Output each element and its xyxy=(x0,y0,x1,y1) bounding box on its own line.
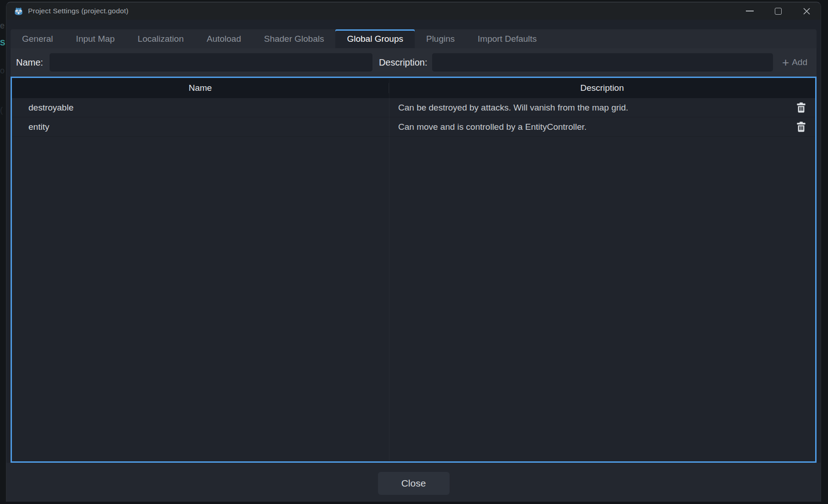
description-label: Description: xyxy=(379,57,428,68)
table-header-row: Name Description xyxy=(12,78,815,98)
table-row[interactable]: entity Can move and is controlled by a E… xyxy=(12,117,815,137)
tab-localization[interactable]: Localization xyxy=(126,29,195,48)
tab-autoload[interactable]: Autoload xyxy=(195,29,252,48)
description-input[interactable] xyxy=(432,53,773,72)
group-description-text: Can be destroyed by attacks. Will vanish… xyxy=(398,103,628,113)
global-groups-table: Name Description destroyable Can be dest… xyxy=(11,77,817,463)
tab-input-map[interactable]: Input Map xyxy=(65,29,127,48)
name-input[interactable] xyxy=(50,53,372,72)
group-description-text: Can move and is controlled by a EntityCo… xyxy=(398,122,587,132)
minimize-button[interactable] xyxy=(735,2,764,20)
dialog-footer: Close xyxy=(6,463,821,504)
minimize-icon xyxy=(746,11,754,11)
tab-plugins[interactable]: Plugins xyxy=(415,29,466,48)
tab-shader-globals[interactable]: Shader Globals xyxy=(252,29,335,48)
add-button-label: Add xyxy=(792,57,807,67)
backdrop-glyph: o xyxy=(0,66,6,76)
table-empty-area xyxy=(12,137,815,461)
table-row[interactable]: destroyable Can be destroyed by attacks.… xyxy=(12,98,815,117)
delete-group-button[interactable] xyxy=(795,121,807,133)
screen-bottom-edge xyxy=(0,502,828,504)
maximize-icon xyxy=(775,8,782,15)
trash-icon xyxy=(796,102,806,113)
group-entry-row: Name: Description: + Add xyxy=(11,48,817,77)
trash-icon xyxy=(796,122,806,132)
close-icon xyxy=(803,7,811,15)
plus-icon: + xyxy=(782,56,789,68)
group-description-cell: Can be destroyed by attacks. Will vanish… xyxy=(389,102,815,114)
maximize-button[interactable] xyxy=(764,2,792,20)
tab-global-groups[interactable]: Global Groups xyxy=(335,29,415,48)
spacer xyxy=(11,20,817,29)
settings-tab-bar: General Input Map Localization Autoload … xyxy=(11,29,817,48)
delete-group-button[interactable] xyxy=(795,102,807,114)
project-settings-window: Project Settings (project.godot) General… xyxy=(6,2,821,504)
group-name-cell: destroyable xyxy=(12,103,389,113)
backdrop-glyph: S xyxy=(0,39,6,48)
group-name-cell: entity xyxy=(12,122,389,132)
close-window-button[interactable] xyxy=(792,2,821,20)
column-header-name: Name xyxy=(12,83,389,93)
dialog-body: General Input Map Localization Autoload … xyxy=(6,20,821,504)
group-description-cell: Can move and is controlled by a EntityCo… xyxy=(389,121,815,133)
backdrop-glyph: e xyxy=(0,21,6,31)
close-dialog-button[interactable]: Close xyxy=(378,472,450,495)
tab-general[interactable]: General xyxy=(11,29,65,48)
tab-import-defaults[interactable]: Import Defaults xyxy=(466,29,548,48)
column-header-description: Description xyxy=(389,83,815,93)
window-controls xyxy=(735,2,821,20)
column-divider xyxy=(389,79,389,460)
add-group-button[interactable]: + Add xyxy=(779,56,810,68)
window-title: Project Settings (project.godot) xyxy=(28,7,128,15)
titlebar[interactable]: Project Settings (project.godot) xyxy=(6,2,821,20)
godot-logo-icon xyxy=(14,6,23,16)
backdrop-glyph: ( xyxy=(0,105,6,115)
name-label: Name: xyxy=(16,57,43,68)
